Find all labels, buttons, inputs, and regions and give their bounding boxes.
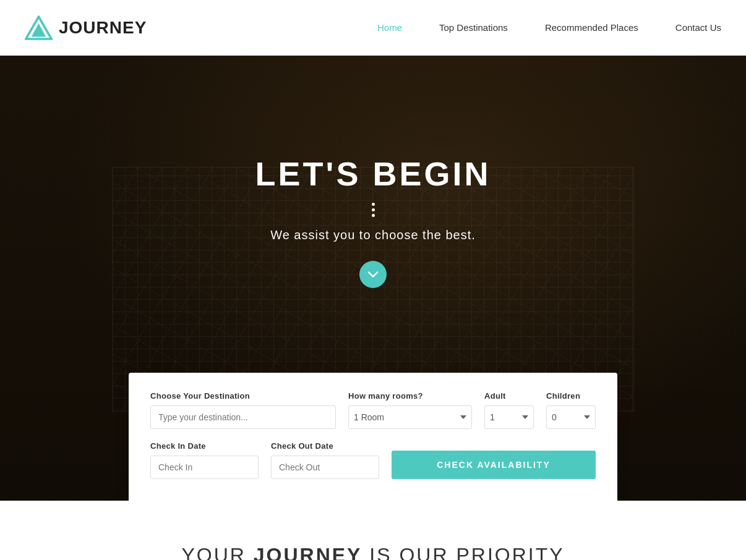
destination-input[interactable] <box>150 405 336 429</box>
check-availability-button[interactable]: CHECK AVAILABILITY <box>392 451 596 479</box>
rooms-group: How many rooms? 1 Room 2 Rooms 3 Rooms 4… <box>348 391 472 429</box>
hero-title: LET'S BEGIN <box>255 155 491 193</box>
nav-item-top-destinations[interactable]: Top Destinations <box>439 22 508 33</box>
nav-item-home[interactable]: Home <box>377 22 402 33</box>
hero-dots-decoration <box>372 203 375 217</box>
booking-form-row-1: Choose Your Destination How many rooms? … <box>150 391 596 429</box>
checkout-label: Check Out Date <box>271 441 379 451</box>
destination-label: Choose Your Destination <box>150 391 336 401</box>
adult-group: Adult 1 2 3 4 <box>484 391 534 429</box>
hero-dot-2 <box>372 208 375 211</box>
below-title-prefix: YOUR <box>181 544 253 560</box>
logo-icon <box>25 15 53 40</box>
check-availability-group: CHECK AVAILABILITY <box>392 451 596 479</box>
checkin-label: Check In Date <box>150 441 259 451</box>
chevron-down-icon <box>367 269 379 280</box>
below-hero-section: YOUR JOURNEY IS OUR PRIORITY Nullam auct… <box>0 501 746 560</box>
children-select[interactable]: 0 1 2 3 <box>546 405 596 429</box>
nav-item-recommended-places[interactable]: Recommended Places <box>545 22 638 33</box>
adult-label: Adult <box>484 391 534 401</box>
destination-group: Choose Your Destination <box>150 391 336 429</box>
scroll-down-button[interactable] <box>359 261 387 288</box>
nav-item-contact-us[interactable]: Contact Us <box>675 22 721 33</box>
rooms-label: How many rooms? <box>348 391 472 401</box>
rooms-select[interactable]: 1 Room 2 Rooms 3 Rooms 4 Rooms <box>348 405 472 429</box>
header: JOURNEY Home Top Destinations Recommende… <box>0 0 746 56</box>
below-title-bold: JOURNEY <box>254 544 362 560</box>
checkout-group: Check Out Date <box>271 441 379 479</box>
main-nav: Home Top Destinations Recommended Places… <box>377 22 721 33</box>
checkout-input[interactable] <box>271 456 379 479</box>
children-label: Children <box>546 391 596 401</box>
hero-dot-3 <box>372 214 375 217</box>
hero-subtitle: We assist you to choose the best. <box>270 228 476 242</box>
logo-text: JOURNEY <box>59 18 147 38</box>
booking-form-row-2: Check In Date Check Out Date CHECK AVAIL… <box>150 441 596 479</box>
hero-dot-1 <box>372 203 375 206</box>
below-title: YOUR JOURNEY IS OUR PRIORITY <box>25 544 721 560</box>
checkin-input[interactable] <box>150 456 259 479</box>
hero-content: LET'S BEGIN We assist you to choose the … <box>0 56 746 288</box>
booking-form: Choose Your Destination How many rooms? … <box>129 373 617 501</box>
hero-section: LET'S BEGIN We assist you to choose the … <box>0 56 746 501</box>
checkin-group: Check In Date <box>150 441 259 479</box>
adult-select[interactable]: 1 2 3 4 <box>484 405 534 429</box>
children-group: Children 0 1 2 3 <box>546 391 596 429</box>
logo[interactable]: JOURNEY <box>25 15 147 40</box>
below-title-suffix: IS OUR PRIORITY <box>362 544 564 560</box>
